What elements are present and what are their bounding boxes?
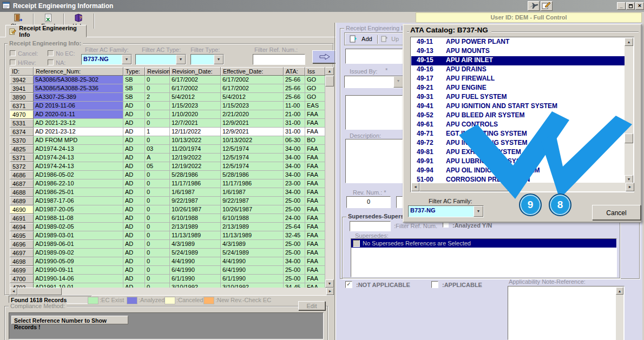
row-header-cell[interactable]: 5372 (10, 162, 34, 171)
edit-button[interactable]: Edit (298, 301, 325, 310)
scroll-left-icon[interactable]: ◄ (411, 183, 419, 191)
no-supersedes-list-item[interactable]: No Supersedes References are Selected (351, 239, 616, 248)
row-header-cell[interactable]: 4970 (10, 110, 34, 119)
column-header[interactable]: Effective_Date: (221, 67, 284, 76)
not-applicable-checkbox[interactable]: ✓ (345, 281, 352, 288)
update-button[interactable]: Up (380, 35, 399, 43)
chevron-down-icon[interactable]: ▼ (176, 55, 186, 64)
column-header[interactable]: Reference_Num: (34, 67, 123, 76)
ata-list-item[interactable]: 49-15APU AIR INLET (411, 56, 625, 65)
ata-list-item[interactable]: 49-11APU POWER PLANT (411, 38, 625, 47)
chevron-down-icon[interactable]: ▼ (393, 76, 403, 88)
rev-date-field[interactable] (396, 196, 403, 208)
table-row[interactable]: 4698AD1990-05-09AD04/4/19904/4/199034-00… (10, 257, 325, 266)
restore-button[interactable] (626, 2, 635, 10)
row-header-cell[interactable]: 4694 (10, 223, 34, 231)
table-row[interactable]: 4700AD1990-14-06AD06/1/19906/1/199025-00… (10, 275, 325, 283)
table-row[interactable]: 4695AD1989-03-01AD011/13/198911/13/19893… (10, 231, 325, 240)
table-row[interactable]: 4690AD1987-20-05AD010/26/198710/26/19872… (10, 205, 325, 214)
table-row[interactable]: 39425A3086/5A3088-25-302SB06/17/20026/17… (10, 76, 325, 84)
applicable-checkbox[interactable] (431, 281, 438, 288)
filter-ac-family-select[interactable]: B737-NG ▼ (81, 54, 132, 65)
textarea-scrollbar-track[interactable] (616, 295, 623, 340)
rev-num-field[interactable]: 0 (346, 196, 391, 208)
table-row[interactable]: 4970AD 2020-01-11AD01/10/20202/21/202021… (10, 110, 325, 119)
table-row[interactable]: 4694AD1989-02-05AD02/13/19892/13/198925-… (10, 223, 325, 231)
description-text-area[interactable] (345, 139, 403, 183)
column-header[interactable]: ID: (10, 67, 34, 76)
column-header[interactable]: ATA: (284, 67, 305, 76)
scroll-right-icon[interactable]: ► (326, 288, 334, 295)
ata-list-item[interactable]: 49-21APU ENGINE (411, 84, 625, 93)
row-header-cell[interactable]: 4687 (10, 179, 34, 188)
row-header-cell[interactable]: 4825 (10, 145, 34, 154)
h-rev-checkbox[interactable] (10, 59, 16, 65)
ata-list-item[interactable]: 49-17APU FIREWALL (411, 75, 625, 84)
row-header-cell[interactable]: 5331 (10, 119, 34, 128)
row-header-cell[interactable]: 4700 (10, 275, 34, 283)
tab-receipt-engineering-info[interactable]: Receipt Engineering Info (5, 25, 87, 37)
ata-list-item[interactable]: 49-31APU FUEL SYSTEM (411, 93, 625, 102)
no-ec-checkbox[interactable] (48, 50, 54, 56)
row-header-cell[interactable]: 4689 (10, 197, 34, 205)
row-header-cell[interactable]: 5371 (10, 154, 34, 162)
chevron-down-icon[interactable]: ▼ (214, 55, 224, 64)
issued-by-select[interactable]: ▼ (344, 76, 404, 88)
row-header-cell[interactable]: 4690 (10, 205, 34, 214)
add-button[interactable]: Add (349, 35, 372, 43)
applicability-note-textarea[interactable]: ▲ (508, 286, 625, 340)
row-header-cell[interactable]: 4688 (10, 188, 34, 197)
airplane-button[interactable] (528, 1, 540, 11)
table-row[interactable]: 4825AD1974-24-13AD0311/20/197412/5/19743… (10, 145, 325, 154)
column-header[interactable]: Revision_Date: (170, 67, 221, 76)
chevron-down-icon[interactable]: ▼ (122, 55, 132, 64)
title-text-area[interactable] (345, 95, 403, 130)
scrollbar-thumb[interactable] (17, 288, 62, 295)
apply-filter-button[interactable] (312, 50, 337, 63)
scroll-up-icon[interactable]: ▲ (325, 67, 334, 75)
table-row[interactable]: 4697AD1989-09-02AD05/24/19895/24/198925-… (10, 249, 325, 257)
table-row[interactable]: 5370AD FROM MPDAD010/13/202210/13/202206… (10, 136, 325, 145)
supersedes-list[interactable]: No Supersedes References are Selected (351, 238, 617, 277)
supersedes-filter-field[interactable] (350, 221, 391, 231)
scroll-up-icon[interactable]: ▲ (625, 38, 633, 46)
row-header-cell[interactable]: 4696 (10, 240, 34, 249)
column-header[interactable]: Iss (305, 67, 325, 76)
row-header-cell[interactable]: 4702 (10, 283, 34, 288)
table-row[interactable]: 39415A3086/5A3088-25-336SB06/17/20026/17… (10, 84, 325, 93)
table-row[interactable]: 4702AD1991-10-01AD03/10/19923/10/199234-… (10, 283, 325, 288)
close-window-button[interactable]: × (635, 2, 644, 10)
filter-ac-type-select[interactable]: ▼ (135, 54, 186, 65)
scroll-down-icon[interactable]: ▼ (325, 279, 334, 288)
row-header-cell[interactable]: 6371 (10, 102, 34, 110)
column-header[interactable]: Type: (123, 67, 145, 76)
row-header-cell[interactable]: 6374 (10, 128, 34, 136)
table-row[interactable]: 5371AD1974-24-13ADA12/19/202212/5/197434… (10, 154, 325, 162)
row-header-cell[interactable]: 5370 (10, 136, 34, 145)
table-row[interactable]: 5331AD 2021-23-12AD012/7/202112/9/202131… (10, 119, 325, 128)
table-row[interactable]: 4686AD1986-05-02AD05/28/19865/28/198634-… (10, 171, 325, 179)
ata-list-item[interactable]: 49-16APU DRAINS (411, 65, 625, 75)
filter-type-select[interactable]: ▼ (190, 54, 224, 65)
table-row[interactable]: 38905A3307-25-389SB25/4/20125/4/201225-6… (10, 93, 325, 102)
reference-num-field[interactable] (345, 49, 403, 64)
minimize-button[interactable]: _ (617, 2, 626, 10)
row-header-cell[interactable]: 4699 (10, 266, 34, 275)
filter-ref-num-input[interactable] (253, 54, 305, 65)
table-row[interactable]: 4688AD1986-25-01AD01/6/19871/6/198734-00… (10, 188, 325, 197)
row-header-cell[interactable]: 4691 (10, 214, 34, 223)
row-header-cell[interactable]: 3941 (10, 84, 34, 93)
ata-list-item[interactable]: 49-13APU MOUNTS (411, 47, 625, 56)
row-header-cell[interactable]: 4686 (10, 171, 34, 179)
supersedes-item-checkbox[interactable] (353, 240, 360, 247)
cancel-checkbox[interactable] (10, 50, 16, 56)
row-header-cell[interactable]: 4697 (10, 249, 34, 257)
edit-note-button[interactable] (541, 1, 553, 11)
row-header-cell[interactable]: 4695 (10, 231, 34, 240)
table-row[interactable]: 6371AD 2019-11-06AD01/15/20231/15/202311… (10, 102, 325, 110)
row-header-cell[interactable]: 3890 (10, 93, 34, 102)
scroll-left-icon[interactable]: ◄ (10, 288, 17, 295)
table-row[interactable]: 4699AD1990-09-11AD06/4/19906/4/199025-00… (10, 266, 325, 275)
table-row[interactable]: 4691AD1988-11-08AD06/10/19886/10/198824-… (10, 214, 325, 223)
table-row[interactable]: 5372AD1974-24-13AD0512/19/202212/5/19743… (10, 162, 325, 171)
